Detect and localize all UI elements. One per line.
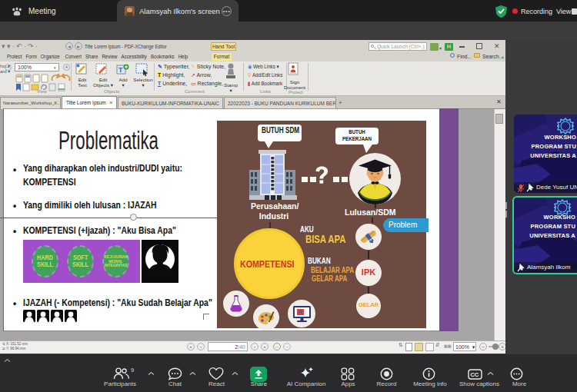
svg-text:T: T <box>118 66 123 74</box>
svg-text:CC: CC <box>470 371 479 378</box>
